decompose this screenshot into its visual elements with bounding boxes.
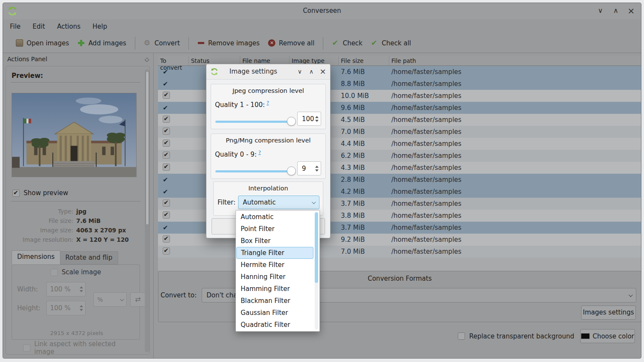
info-resolution-value: X = 120 Y = 120 [76, 235, 129, 244]
reset-dimensions-button[interactable]: ⇄ [130, 292, 146, 307]
help-link[interactable]: ? [267, 100, 269, 106]
actions-panel-title: Actions Panel [7, 56, 47, 62]
row-filepath: /home/faster/samples [389, 92, 641, 100]
table-row[interactable]: 7.0 MiB/home/faster/samples [158, 246, 641, 258]
height-spinner[interactable]: 100 % [46, 301, 86, 315]
row-checkbox[interactable] [163, 163, 170, 171]
conversion-formats-title: Conversion Formats [158, 275, 641, 282]
tab-dimensions[interactable]: Dimensions [12, 250, 60, 264]
scale-image-group: Scale image Width: 100 % Height: [12, 264, 140, 340]
help-link[interactable]: ? [258, 150, 261, 155]
row-checkbox[interactable] [163, 92, 170, 99]
row-filesize: 7.0 MiB [339, 128, 389, 136]
menu-edit[interactable]: Edit [33, 23, 45, 30]
link-aspect-checkbox[interactable]: Link aspect with selected image [23, 340, 136, 356]
row-filepath: /home/faster/samples [389, 116, 641, 124]
add-images-button[interactable]: Add images [73, 37, 130, 50]
row-checkbox[interactable] [163, 151, 170, 159]
dropdown-item[interactable]: Hanning Filter [236, 271, 313, 283]
dialog-minimize-icon[interactable]: ∨ [296, 66, 304, 77]
check-button[interactable]: ✔ Check [328, 37, 367, 50]
row-filesize: 7.6 MiB [339, 68, 389, 76]
color-swatch-icon [581, 333, 590, 339]
convert-button[interactable]: ⚙ Convert [140, 37, 184, 50]
row-checkbox[interactable] [163, 211, 170, 219]
open-images-button[interactable]: Open images [12, 37, 73, 50]
close-icon[interactable]: × [626, 6, 636, 16]
show-preview-checkbox[interactable]: Show preview [12, 189, 141, 197]
row-filepath: /home/faster/samples [389, 176, 641, 184]
width-spinner[interactable]: 100 % [46, 282, 86, 297]
row-filesize: 9.2 MiB [339, 236, 389, 243]
row-filepath: /home/faster/samples [389, 140, 641, 148]
filter-select[interactable]: Automatic [238, 196, 319, 209]
row-checkbox[interactable] [163, 68, 168, 76]
row-checkbox[interactable] [163, 128, 170, 135]
jpeg-quality-slider[interactable] [215, 117, 295, 126]
menu-file[interactable]: File [10, 23, 21, 30]
toolbar-separator [323, 37, 323, 50]
row-filesize: 9.6 MiB [339, 104, 389, 112]
row-checkbox[interactable] [163, 199, 170, 207]
row-filepath: /home/faster/samples [389, 128, 641, 136]
add-plus-icon [78, 39, 85, 47]
titlebar[interactable]: Converseen ∨ ∧ × [3, 3, 641, 19]
row-filesize: 3.7 MiB [339, 200, 389, 208]
menu-help[interactable]: Help [92, 23, 107, 30]
info-type-value: jpg [76, 207, 86, 216]
actions-panel: Actions Panel ◇ Preview: [3, 53, 154, 358]
main-window: Converseen ∨ ∧ × File Edit Actions Help … [3, 3, 641, 359]
tab-rotate-flip[interactable]: Rotate and flip [60, 251, 118, 264]
dropdown-item[interactable]: Point Filter [236, 223, 313, 235]
minimize-icon[interactable]: ∨ [596, 6, 605, 16]
checkbox-icon [458, 332, 465, 340]
images-settings-button[interactable]: Images settings [581, 306, 636, 320]
row-checkbox[interactable] [163, 188, 168, 196]
row-checkbox[interactable] [163, 224, 168, 231]
dropdown-item[interactable]: Box Filter [236, 235, 313, 247]
dropdown-item[interactable]: Automatic [236, 211, 313, 223]
row-checkbox[interactable] [163, 116, 170, 123]
scrollbar-thumb[interactable] [146, 71, 149, 225]
png-quality-slider[interactable] [215, 166, 295, 176]
dropdown-item[interactable]: Hermite Filter [236, 259, 313, 271]
dropdown-item[interactable]: Quadratic Filter [236, 319, 313, 331]
scrollbar-thumb[interactable] [315, 212, 318, 283]
dropdown-item[interactable]: Triangle Filter [236, 247, 313, 259]
jpeg-quality-spinner[interactable]: 100 [297, 112, 321, 126]
float-panel-icon[interactable]: ◇ [145, 56, 149, 62]
dropdown-item[interactable]: Blackman Filter [236, 295, 313, 307]
dropdown-item[interactable]: Hamming Filter [236, 283, 313, 295]
row-checkbox[interactable] [163, 235, 170, 243]
dialog-maximize-icon[interactable]: ∧ [307, 66, 315, 77]
scale-image-checkbox[interactable]: Scale image [12, 268, 140, 276]
row-filesize: 4.5 MiB [339, 116, 389, 124]
pixels-note: 2915 x 4372 pixels [17, 330, 136, 336]
dialog-titlebar[interactable]: Image settings ∨ ∧ × [206, 64, 330, 80]
slider-handle[interactable] [287, 166, 296, 175]
conversion-formats-group: Conversion Formats Convert to: Don't cha… [158, 271, 641, 322]
remove-images-button[interactable]: Remove images [193, 37, 264, 50]
row-filesize: 3.8 MiB [339, 212, 389, 220]
menu-actions[interactable]: Actions [57, 23, 80, 30]
dropdown-scrollbar[interactable] [315, 212, 318, 329]
row-filepath: /home/faster/samples [389, 80, 641, 88]
maximize-icon[interactable]: ∧ [611, 6, 620, 16]
dialog-close-icon[interactable]: × [319, 66, 327, 77]
row-checkbox[interactable] [163, 176, 168, 184]
row-checkbox[interactable] [163, 80, 168, 88]
filter-dropdown-popup: AutomaticPoint FilterBox FilterTriangle … [236, 210, 320, 332]
remove-all-button[interactable]: ✕ Remove all [264, 37, 319, 50]
png-quality-spinner[interactable]: 9 [297, 161, 321, 175]
row-checkbox[interactable] [163, 139, 170, 147]
row-checkbox[interactable] [163, 247, 170, 255]
unit-select[interactable]: % [93, 292, 127, 307]
panel-scrollbar[interactable] [145, 69, 149, 352]
dropdown-item[interactable]: Gaussian Filter [236, 307, 313, 319]
check-all-button[interactable]: ✔ Check all [367, 37, 415, 50]
slider-handle[interactable] [287, 117, 296, 126]
replace-bg-checkbox[interactable]: Replace transparent background [458, 332, 574, 340]
window-title: Converseen [3, 7, 641, 15]
choose-color-button[interactable]: Choose color [580, 329, 635, 343]
row-checkbox[interactable] [163, 104, 168, 112]
